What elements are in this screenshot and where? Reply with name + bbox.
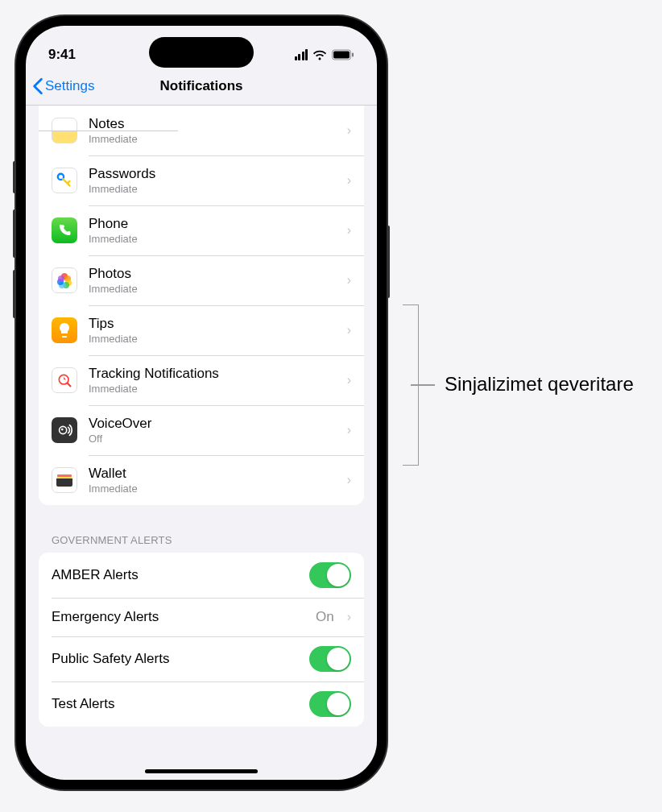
- nav-title: Notifications: [160, 78, 243, 94]
- screen: 9:41 Settings Notifications: [26, 26, 377, 780]
- test-alerts-toggle[interactable]: [309, 691, 351, 717]
- callout-label: Sinjalizimet qeveritare: [445, 373, 634, 396]
- app-row-tips[interactable]: Tips Immediate ›: [39, 305, 364, 355]
- tracking-icon: [52, 367, 77, 393]
- notes-icon: [52, 118, 77, 143]
- app-row-voiceover[interactable]: VoiceOver Off ›: [39, 405, 364, 455]
- app-row-wallet[interactable]: Wallet Immediate ›: [39, 455, 364, 505]
- chevron-right-icon: ›: [347, 473, 351, 487]
- app-title: Phone: [89, 216, 341, 232]
- app-title: Tips: [89, 316, 341, 332]
- status-time: 9:41: [48, 47, 76, 63]
- emergency-alerts-label: Emergency Alerts: [52, 609, 159, 625]
- passwords-icon: [52, 168, 77, 193]
- svg-rect-2: [352, 53, 354, 57]
- voiceover-icon: [52, 417, 77, 443]
- amber-alerts-row: AMBER Alerts: [39, 553, 364, 598]
- chevron-right-icon: ›: [347, 173, 351, 188]
- battery-icon: [332, 49, 354, 60]
- app-title: Photos: [89, 266, 341, 282]
- app-subtitle: Immediate: [89, 133, 341, 145]
- app-list: Notes Immediate › Passwords Immediate: [39, 106, 364, 505]
- chevron-right-icon: ›: [347, 123, 351, 138]
- test-alerts-row: Test Alerts: [39, 682, 364, 727]
- content-scroll[interactable]: Notes Immediate › Passwords Immediate: [26, 106, 377, 776]
- wallet-icon: [52, 467, 77, 493]
- svg-rect-14: [57, 474, 72, 477]
- svg-rect-1: [333, 52, 350, 59]
- iphone-frame: 9:41 Settings Notifications: [16, 16, 387, 789]
- app-row-phone[interactable]: Phone Immediate ›: [39, 205, 364, 255]
- home-indicator[interactable]: [145, 769, 258, 773]
- chevron-right-icon: ›: [347, 610, 351, 624]
- public-safety-alerts-row: Public Safety Alerts: [39, 636, 364, 682]
- app-subtitle: Immediate: [89, 333, 341, 345]
- photos-icon: [52, 267, 77, 293]
- app-title: Tracking Notifications: [89, 366, 341, 382]
- app-row-tracking[interactable]: Tracking Notifications Immediate ›: [39, 355, 364, 405]
- emergency-alerts-value: On: [316, 609, 334, 625]
- app-subtitle: Immediate: [89, 483, 341, 495]
- cellular-icon: [295, 49, 308, 60]
- test-alerts-label: Test Alerts: [52, 696, 114, 712]
- dynamic-island: [149, 37, 254, 68]
- svg-point-13: [61, 429, 64, 431]
- public-safety-alerts-label: Public Safety Alerts: [52, 651, 169, 667]
- amber-alerts-toggle[interactable]: [309, 562, 351, 588]
- chevron-left-icon: [32, 77, 43, 95]
- app-row-passwords[interactable]: Passwords Immediate ›: [39, 155, 364, 205]
- chevron-right-icon: ›: [347, 223, 351, 238]
- chevron-right-icon: ›: [347, 373, 351, 387]
- public-safety-alerts-toggle[interactable]: [309, 646, 351, 672]
- chevron-right-icon: ›: [347, 423, 351, 437]
- app-row-notes[interactable]: Notes Immediate ›: [39, 106, 364, 155]
- app-subtitle: Immediate: [89, 183, 341, 195]
- amber-alerts-label: AMBER Alerts: [52, 567, 139, 583]
- app-title: Wallet: [89, 466, 341, 482]
- app-subtitle: Immediate: [89, 283, 341, 295]
- back-button[interactable]: Settings: [32, 77, 94, 95]
- phone-icon: [52, 218, 77, 243]
- chevron-right-icon: ›: [347, 323, 351, 338]
- app-subtitle: Off: [89, 433, 341, 445]
- government-alerts-header: GOVERNMENT ALERTS: [26, 529, 377, 553]
- back-label: Settings: [45, 78, 94, 94]
- government-alerts-list: AMBER Alerts Emergency Alerts On › Publi…: [39, 553, 364, 727]
- callout: Sinjalizimet qeveritare: [403, 304, 634, 502]
- emergency-alerts-row[interactable]: Emergency Alerts On ›: [39, 598, 364, 636]
- app-title: Passwords: [89, 166, 341, 182]
- app-subtitle: Immediate: [89, 383, 341, 395]
- app-row-photos[interactable]: Photos Immediate ›: [39, 255, 364, 305]
- app-subtitle: Immediate: [89, 233, 341, 245]
- chevron-right-icon: ›: [347, 273, 351, 288]
- wifi-icon: [312, 49, 327, 60]
- app-title: VoiceOver: [89, 416, 341, 432]
- tips-icon: [52, 317, 77, 343]
- svg-point-10: [58, 276, 64, 282]
- nav-bar: Settings Notifications: [26, 69, 377, 106]
